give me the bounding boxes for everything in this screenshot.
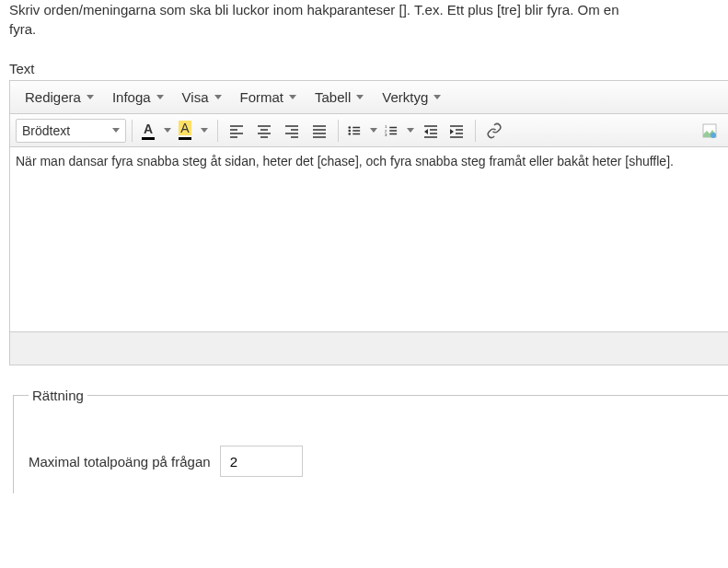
background-color-dropdown[interactable] (195, 128, 212, 133)
caret-icon (433, 95, 441, 99)
instructions-text: Skriv orden/meningarna som ska bli lucko… (0, 0, 728, 42)
text-color-button[interactable]: A (138, 119, 175, 143)
numbered-list-button[interactable]: 123 (381, 119, 418, 143)
max-score-input[interactable] (220, 446, 303, 477)
link-icon (486, 122, 503, 139)
instructions-line1: Skriv orden/meningarna som ska bli lucko… (9, 2, 619, 17)
instructions-line2: fyra. (9, 21, 36, 37)
bullet-list-dropdown[interactable] (364, 128, 381, 133)
align-justify-icon (312, 123, 327, 138)
align-right-button[interactable] (279, 119, 305, 143)
menu-table[interactable]: Tabell (306, 84, 373, 110)
menu-edit[interactable]: Redigera (16, 84, 103, 110)
indent-button[interactable] (444, 119, 469, 143)
align-center-button[interactable] (251, 119, 277, 143)
numbered-list-icon: 123 (381, 123, 401, 138)
toolbar-separator (338, 120, 339, 142)
image-icon (702, 123, 717, 138)
block-format-value: Brödtext (22, 123, 70, 138)
editor-status-bar (10, 331, 728, 365)
background-color-button[interactable]: A (175, 119, 212, 143)
toolbar-separator (217, 120, 218, 142)
text-color-icon: A (138, 122, 158, 140)
toolbar-separator (475, 120, 476, 142)
bullet-list-icon (344, 123, 364, 138)
caret-icon (407, 128, 414, 133)
max-score-label: Maximal totalpoäng på frågan (29, 454, 211, 469)
outdent-icon (423, 123, 438, 138)
editor-toolbar: Brödtext A A (10, 114, 728, 147)
grading-fieldset: Rättning Maximal totalpoäng på frågan (13, 388, 728, 493)
svg-point-7 (711, 133, 716, 138)
menu-view[interactable]: Visa (173, 84, 231, 110)
caret-icon (112, 128, 120, 133)
caret-icon (201, 128, 208, 133)
align-left-icon (229, 123, 244, 138)
background-color-icon: A (175, 121, 195, 140)
toolbar-separator (132, 120, 133, 142)
editor-menubar: Redigera Infoga Visa Format Tabell Verkt… (10, 81, 728, 114)
svg-point-2 (348, 133, 351, 135)
outdent-button[interactable] (418, 119, 444, 143)
align-center-icon (257, 123, 272, 138)
bullet-list-button[interactable] (344, 119, 381, 143)
grading-legend: Rättning (29, 388, 87, 403)
menu-view-label: Visa (182, 89, 209, 105)
menu-edit-label: Redigera (25, 89, 81, 105)
numbered-list-dropdown[interactable] (401, 128, 418, 133)
caret-icon (289, 95, 296, 99)
svg-point-1 (348, 129, 351, 132)
alignment-group (224, 119, 332, 143)
menu-tools-label: Verktyg (382, 89, 428, 105)
menu-format[interactable]: Format (231, 84, 306, 110)
caret-icon (356, 95, 364, 99)
svg-point-0 (348, 126, 351, 129)
menu-tools[interactable]: Verktyg (373, 84, 450, 110)
align-left-button[interactable] (224, 119, 249, 143)
caret-icon (370, 128, 377, 133)
editor-content-text: När man dansar fyra snabba steg åt sidan… (16, 154, 674, 168)
menu-format-label: Format (240, 89, 284, 105)
indent-icon (449, 123, 464, 138)
menu-table-label: Tabell (315, 89, 351, 105)
svg-text:3: 3 (385, 133, 387, 137)
insert-link-button[interactable] (481, 119, 507, 143)
text-color-dropdown[interactable] (158, 128, 175, 133)
caret-icon (164, 128, 171, 133)
caret-icon (87, 95, 94, 99)
text-field-label: Text (0, 42, 728, 80)
align-right-icon (284, 123, 299, 138)
max-score-row: Maximal totalpoäng på frågan (29, 446, 713, 477)
caret-icon (214, 95, 222, 99)
editor-content-area[interactable]: När man dansar fyra snabba steg åt sidan… (10, 147, 728, 331)
align-justify-button[interactable] (306, 119, 332, 143)
caret-icon (156, 95, 164, 99)
menu-insert-label: Infoga (112, 89, 151, 105)
block-format-select[interactable]: Brödtext (16, 119, 126, 143)
insert-image-button[interactable] (697, 119, 722, 143)
menu-insert[interactable]: Infoga (103, 84, 173, 110)
rich-text-editor: Redigera Infoga Visa Format Tabell Verkt… (9, 80, 728, 365)
